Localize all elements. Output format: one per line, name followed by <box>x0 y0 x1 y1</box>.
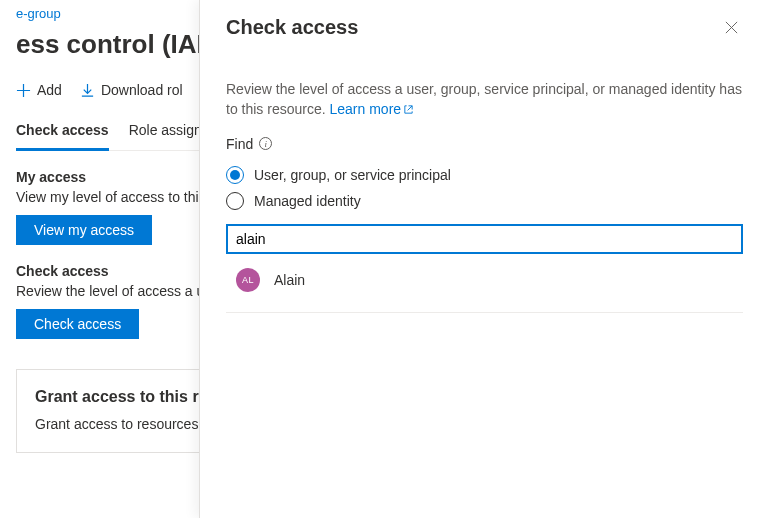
flyout-desc-text: Review the level of access a user, group… <box>226 81 742 117</box>
find-label: Find i <box>226 130 743 162</box>
add-button[interactable]: Add <box>16 82 62 98</box>
flyout-title: Check access <box>226 16 358 79</box>
check-access-button[interactable]: Check access <box>16 309 139 339</box>
check-access-flyout: Check access Review the level of access … <box>199 0 769 518</box>
radio-icon <box>226 192 244 210</box>
download-icon <box>80 83 95 98</box>
close-button[interactable] <box>720 16 743 42</box>
flyout-desc: Review the level of access a user, group… <box>226 79 743 130</box>
radio-managed-label: Managed identity <box>254 193 361 209</box>
radio-managed-identity[interactable]: Managed identity <box>226 188 743 214</box>
download-label: Download rol <box>101 82 183 98</box>
result-name: Alain <box>274 272 305 288</box>
tab-check-access[interactable]: Check access <box>16 114 109 151</box>
radio-user-label: User, group, or service principal <box>254 167 451 183</box>
find-label-text: Find <box>226 136 253 152</box>
view-my-access-button[interactable]: View my access <box>16 215 152 245</box>
learn-more-link[interactable]: Learn more <box>330 101 415 117</box>
radio-user-group[interactable]: User, group, or service principal <box>226 162 743 188</box>
radio-icon <box>226 166 244 184</box>
close-icon <box>724 20 739 35</box>
add-label: Add <box>37 82 62 98</box>
external-link-icon <box>403 104 414 115</box>
divider <box>226 312 743 313</box>
search-result-item[interactable]: AL Alain <box>226 254 743 306</box>
learn-more-label: Learn more <box>330 101 402 117</box>
plus-icon <box>16 83 31 98</box>
info-icon[interactable]: i <box>259 137 272 150</box>
tab-role-assignments[interactable]: Role assign <box>129 114 202 150</box>
search-input[interactable] <box>226 224 743 254</box>
download-button[interactable]: Download rol <box>80 82 183 98</box>
avatar: AL <box>236 268 260 292</box>
